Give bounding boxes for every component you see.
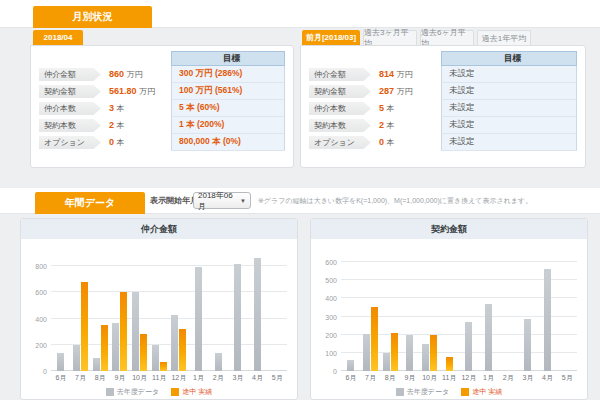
bar-group-3月: [228, 253, 248, 371]
start-month-select[interactable]: 2018年06月 ▼: [193, 192, 251, 209]
x-tick-label: 3月: [518, 373, 538, 383]
bar-group-8月: [90, 253, 110, 371]
bar-group-5月: [557, 253, 577, 371]
x-tick-label: 6月: [341, 373, 361, 383]
bar-current-7月: [371, 307, 378, 371]
bar-group-4月: [538, 253, 558, 371]
y-tick-label: 400: [313, 295, 337, 302]
y-tick-label: 400: [23, 316, 47, 323]
bar-group-12月: [459, 253, 479, 371]
bar-lastyear-6月: [347, 360, 354, 371]
bar-lastyear-9月: [112, 323, 119, 372]
bar-group-5月: [267, 253, 287, 371]
bar-lastyear-4月: [254, 258, 261, 371]
x-tick-label: 11月: [149, 373, 169, 383]
compare-period-panel: 目標 仲介金額 814 万円 未設定 契約金額 287 万円 未設定 仲介本数 …: [300, 45, 586, 168]
x-tick-label: 11月: [439, 373, 459, 383]
x-tick-label: 4月: [248, 373, 268, 383]
bar-group-12月: [169, 253, 189, 371]
y-tick-label: 0: [23, 368, 47, 375]
chart-legend: 去年度データ途中 実績: [21, 387, 297, 397]
start-month-value: 2018年06月: [198, 190, 240, 212]
row-label: オプション: [309, 136, 371, 149]
bar-lastyear-10月: [132, 292, 139, 371]
bar-current-10月: [140, 334, 147, 371]
row-value: 5 本: [371, 103, 441, 114]
legend-item: 途中 実績: [171, 387, 212, 397]
row-target: 未設定: [441, 100, 577, 117]
x-axis-labels: 6月7月8月9月10月11月12月1月2月3月4月5月: [51, 373, 287, 383]
bar-group-1月: [479, 253, 499, 371]
tab-compare-period-3[interactable]: 過去1年平均: [477, 30, 531, 45]
tab-annual-data[interactable]: 年間データ: [35, 192, 145, 214]
table-row: 仲介金額 814 万円 未設定: [309, 66, 577, 83]
legend-swatch-icon: [396, 388, 404, 396]
bar-group-10月: [130, 253, 150, 371]
row-label: 仲介本数: [309, 102, 371, 115]
row-value: 287 万円: [371, 86, 441, 97]
bar-group-10月: [420, 253, 440, 371]
bar-current-11月: [446, 357, 453, 371]
x-tick-label: 7月: [361, 373, 381, 383]
bar-lastyear-4月: [544, 269, 551, 371]
target-column-header: 目標: [441, 51, 577, 66]
table-row: 仲介金額 860 万円 300 万円 (286%): [39, 66, 285, 83]
legend-item: 去年度データ: [106, 387, 159, 397]
y-tick-label: 800: [23, 263, 47, 270]
legend-label: 去年度データ: [117, 387, 159, 397]
row-target: 未設定: [441, 117, 577, 134]
bar-group-9月: [110, 253, 130, 371]
row-label: 仲介金額: [39, 68, 101, 81]
row-label: 仲介金額: [309, 68, 371, 81]
tab-compare-period-2[interactable]: 過去6ヶ月平均: [420, 30, 474, 45]
row-value: 814 万円: [371, 69, 441, 80]
x-axis-labels: 6月7月8月9月10月11月12月1月2月3月4月5月: [341, 373, 577, 383]
legend-item: 去年度データ: [396, 387, 449, 397]
legend-label: 途中 実績: [182, 387, 212, 397]
bar-lastyear-12月: [465, 322, 472, 371]
current-month-panel: 目標 仲介金額 860 万円 300 万円 (286%) 契約金額 561.80…: [30, 45, 294, 168]
bar-group-7月: [361, 253, 381, 371]
tab-monthly-status[interactable]: 月別状況: [33, 6, 152, 28]
bar-group-9月: [400, 253, 420, 371]
table-row: オプション 0 本 未設定: [309, 134, 577, 151]
y-tick-label: 200: [23, 342, 47, 349]
row-label: 契約金額: [309, 85, 371, 98]
y-tick-label: 0: [313, 368, 337, 375]
row-target: 未設定: [441, 83, 577, 100]
bar-lastyear-1月: [195, 267, 202, 371]
bar-current-10月: [430, 335, 437, 371]
row-target: 100 万円 (561%): [171, 83, 285, 100]
bar-current-9月: [120, 292, 127, 371]
bar-group-6月: [341, 253, 361, 371]
legend-swatch-icon: [461, 388, 469, 396]
row-target: 未設定: [441, 66, 577, 83]
bar-group-6月: [51, 253, 71, 371]
y-tick-label: 200: [313, 332, 337, 339]
y-tick-label: 300: [313, 314, 337, 321]
dropdown-caret-icon: ▼: [240, 198, 246, 204]
bar-lastyear-7月: [73, 345, 80, 371]
plot-area: 0100200300400500600: [341, 253, 577, 371]
tab-current-month[interactable]: 2018/04: [33, 30, 83, 45]
tab-compare-period-0[interactable]: 前月[2018/03]: [302, 30, 360, 45]
tab-compare-period-1[interactable]: 過去3ヶ月平均: [363, 30, 417, 45]
x-tick-label: 3月: [228, 373, 248, 383]
bar-lastyear-3月: [524, 319, 531, 371]
row-label: オプション: [39, 136, 101, 149]
bar-group-3月: [518, 253, 538, 371]
x-tick-label: 4月: [538, 373, 558, 383]
target-column-header: 目標: [171, 51, 285, 66]
y-tick-label: 100: [313, 350, 337, 357]
row-value: 860 万円: [101, 69, 171, 80]
bar-group-1月: [189, 253, 209, 371]
chart-title: 契約金額: [311, 219, 587, 239]
table-row: 仲介本数 5 本 未設定: [309, 100, 577, 117]
bar-lastyear-6月: [57, 353, 64, 371]
bar-lastyear-8月: [93, 358, 100, 371]
chart-legend: 去年度データ途中 実績: [311, 387, 587, 397]
table-row: 契約本数 2 本 1 本 (200%): [39, 117, 285, 134]
bar-lastyear-8月: [383, 353, 390, 371]
chart-contract-amount: 契約金額 0100200300400500600 6月7月8月9月10月11月1…: [310, 218, 588, 400]
legend-item: 途中 実績: [461, 387, 502, 397]
